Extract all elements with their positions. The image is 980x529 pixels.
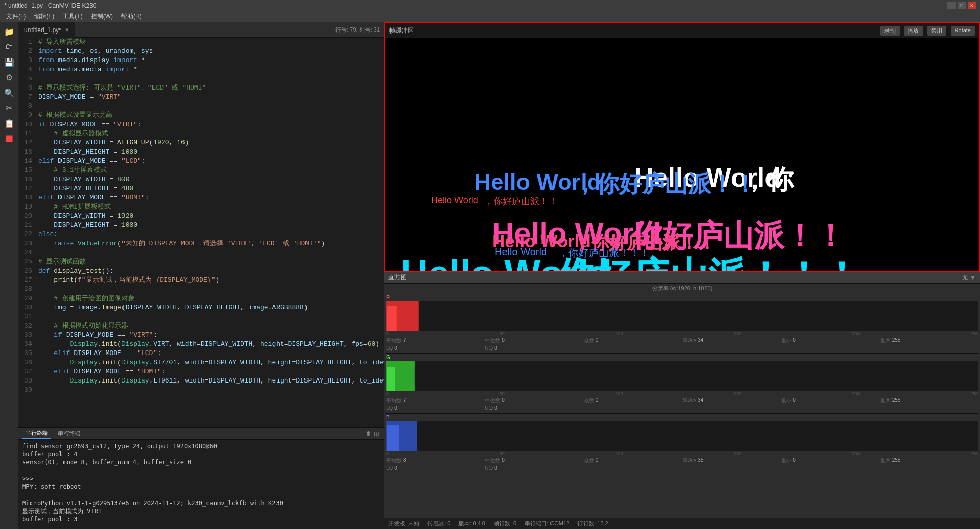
channel-r-label: R xyxy=(386,295,392,300)
code-line-23: 23 raise ValueError("未知的 DISPLAY_MODE，请选… xyxy=(18,239,384,248)
menu-help[interactable]: 帮助(H) xyxy=(117,11,146,22)
console-expand-icon[interactable]: ⬆ xyxy=(365,430,372,438)
preview-disable-btn[interactable]: 禁用 xyxy=(927,26,946,36)
sidebar-icon-clipboard[interactable]: 📋 xyxy=(2,116,17,130)
code-line-39: 39 xyxy=(18,386,384,395)
code-line-11: 11 # 虚拟显示器模式 xyxy=(18,129,384,138)
histogram-dropdown[interactable]: 无 xyxy=(962,274,968,281)
code-line-3: 3 from media.display import * xyxy=(18,56,384,65)
editor-tabs: untitled_1.py* ✕ 行号: 79, 列号: 31 xyxy=(18,22,384,38)
code-line-17: 17 DISPLAY_HEIGHT = 480 xyxy=(18,184,384,193)
sidebar-icon-save[interactable]: 💾 xyxy=(2,55,17,69)
titlebar: * untitled_1.py - CanMV IDE K230 ─ □ ✕ xyxy=(0,0,980,11)
code-line-35: 35 elif DISPLAY_MODE == "LCD": xyxy=(18,349,384,358)
menu-file[interactable]: 文件(F) xyxy=(2,11,30,22)
status-com: 串行端口: COM12 xyxy=(525,520,569,527)
console-line-6: MPY: soft reboot xyxy=(22,483,380,491)
code-line-15: 15 # 3.1寸屏幕模式 xyxy=(18,166,384,175)
code-area[interactable]: 1 # 导入所需模块 2 import time, os, urandom, s… xyxy=(18,38,384,427)
editor-tab-main[interactable]: untitled_1.py* ✕ xyxy=(18,22,75,38)
status-version: 版本: 0.4.0 xyxy=(458,520,485,527)
right-panel: 帧缓冲区 录制 播放 禁用 Rotate Hello World，你Hello … xyxy=(384,22,980,529)
code-line-14: 14 elif DISPLAY_MODE == "LCD": xyxy=(18,157,384,166)
code-line-18: 18 elif DISPLAY_MODE == "HDMI": xyxy=(18,193,384,202)
console-panel: 串行终端 串行终端 ⬆ ⊞ find sensor gc2693_cs12, t… xyxy=(18,427,384,529)
code-line-24: 24 xyxy=(18,248,384,257)
console-line-10: buffer pool : 3 xyxy=(22,515,380,523)
preview-controls: 录制 播放 禁用 Rotate xyxy=(880,26,975,36)
console-icons[interactable]: ⊞ xyxy=(374,430,380,438)
code-line-33: 33 if DISPLAY_MODE == "VIRT": xyxy=(18,331,384,340)
preview-canvas: Hello World，你Hello World，你好庐山派！！Hello Wo… xyxy=(385,38,979,271)
code-line-19: 19 # HDMI扩展板模式 xyxy=(18,202,384,212)
code-line-36: 36 Display.init(Display.ST7701, width=DI… xyxy=(18,358,384,367)
hist-g-stats: 平均数7 中位数0 众数0 StDev34 最小0 最大255 LQ0 UQ0 xyxy=(384,396,980,412)
console-tab-run[interactable]: 串行终端 xyxy=(55,429,83,438)
status-row: 行行数: 13.2 xyxy=(577,520,608,527)
code-line-30: 30 img = image.Image(DISPLAY_WIDTH, DISP… xyxy=(18,303,384,312)
console-line-1: find sensor gc2693_cs12, type 24, output… xyxy=(22,442,380,450)
editor-status: 行号: 79, 列号: 31 xyxy=(335,26,384,34)
sidebar-icon-stop[interactable]: ⏹ xyxy=(2,131,17,145)
preview-text-13: ，你好庐山派！！！ xyxy=(517,251,861,271)
maximize-button[interactable]: □ xyxy=(958,2,966,9)
preview-text-5: ，你好庐山派！！ xyxy=(484,195,558,208)
code-line-4: 4 from media.media import * xyxy=(18,65,384,74)
code-line-1: 1 # 导入所需模块 xyxy=(18,38,384,47)
console-tab-serial[interactable]: 串行终端 xyxy=(22,428,51,439)
status-board: 开发板: 未知 xyxy=(388,520,419,527)
window-controls: ─ □ ✕ xyxy=(947,2,976,9)
menu-control[interactable]: 控制(W) xyxy=(87,11,117,22)
sidebar-icon-scissors[interactable]: ✂ xyxy=(2,101,17,115)
code-line-13: 13 DISPLAY_HEIGHT = 1080 xyxy=(18,148,384,157)
status-sensor: 传感器: 0 xyxy=(427,520,450,527)
histogram-dropdown-arrow[interactable]: ▼ xyxy=(970,274,976,281)
histogram-graph-r xyxy=(386,301,978,331)
hist-b-stats: 平均数8 中位数0 众数0 StDev35 最小0 最大255 LQ0 UQ0 xyxy=(384,456,980,472)
sidebar-icon-search[interactable]: 🔍 xyxy=(2,85,17,100)
sidebar-icon-folder[interactable]: 📁 xyxy=(2,24,17,39)
code-line-8: 8 xyxy=(18,102,384,111)
preview-text-3: ，你好庐山派！！ xyxy=(573,169,756,199)
console-line-9: 显示测试，当前模式为 VIRT xyxy=(22,507,380,515)
console-line-5: >>> xyxy=(22,475,380,483)
title-text: * untitled_1.py - CanMV IDE K230 xyxy=(4,2,96,9)
code-line-7: 7 DISPLAY_MODE = "VIRT" xyxy=(18,93,384,102)
preview-rotate-btn[interactable]: Rotate xyxy=(951,26,975,36)
minimize-button[interactable]: ─ xyxy=(947,2,956,9)
code-line-32: 32 # 根据模式初始化显示器 xyxy=(18,321,384,331)
code-line-6: 6 # 显示模式选择: 可以是 "VIRT"、"LCD" 或 "HDMI" xyxy=(18,83,384,93)
svg-rect-3 xyxy=(387,367,395,391)
code-line-26: 26 def display_test(): xyxy=(18,267,384,276)
main-layout: 📁 🗂 💾 ⚙ 🔍 ✂ 📋 ⏹ untitled_1.py* ✕ 行号: 79,… xyxy=(0,22,980,529)
sidebar-icon-files[interactable]: 🗂 xyxy=(2,40,17,54)
editor-panel: untitled_1.py* ✕ 行号: 79, 列号: 31 1 # 导入所需… xyxy=(18,22,384,529)
histogram-channel-r: R 0 50 100 150 200 250 xyxy=(384,293,980,352)
console-controls: ⬆ ⊞ xyxy=(365,430,380,438)
svg-rect-5 xyxy=(387,425,399,451)
histogram-panel: 直方图 无 ▼ 分辨率 (w:1920, h:1080) R xyxy=(384,272,980,518)
histogram-resolution: 分辨率 (w:1920, h:1080) xyxy=(384,284,980,293)
histogram-header: 直方图 无 ▼ xyxy=(384,272,980,284)
hist-b-x-axis: 0 50 100 150 200 250 xyxy=(384,451,980,456)
preview-play-btn[interactable]: 播放 xyxy=(904,26,923,36)
menu-edit[interactable]: 编辑(E) xyxy=(30,11,58,22)
menu-tools[interactable]: 工具(T) xyxy=(58,11,86,22)
code-line-22: 22 else: xyxy=(18,230,384,239)
code-line-12: 12 DISPLAY_WIDTH = ALIGN_UP(1920, 16) xyxy=(18,138,384,148)
code-line-29: 29 # 创建用于绘图的图像对象 xyxy=(18,294,384,303)
preview-record-btn[interactable]: 录制 xyxy=(880,26,900,36)
close-button[interactable]: ✕ xyxy=(968,2,976,9)
code-line-27: 27 print(f"显示测试，当前模式为 {DISPLAY_MODE}") xyxy=(18,276,384,285)
menubar: 文件(F) 编辑(E) 工具(T) 控制(W) 帮助(H) xyxy=(0,11,980,22)
preview-area: 帧缓冲区 录制 播放 禁用 Rotate Hello World，你Hello … xyxy=(384,22,980,272)
code-line-28: 28 xyxy=(18,285,384,294)
histogram-channel-b: B 0 50 100 150 200 250 xyxy=(384,414,980,472)
console-output[interactable]: find sensor gc2693_cs12, type 24, output… xyxy=(18,440,384,529)
hist-r-stats: 平均数7 中位数0 众数0 StDev34 最小0 最大255 LQ0 UQ0 xyxy=(384,336,980,352)
sidebar-icon-settings[interactable]: ⚙ xyxy=(2,70,17,84)
hist-r-x-axis: 0 50 100 150 200 250 xyxy=(384,331,980,336)
editor-tab-close[interactable]: ✕ xyxy=(65,27,69,33)
histogram-content: 分辨率 (w:1920, h:1080) R 0 50 xyxy=(384,284,980,518)
hist-g-x-axis: 0 50 100 150 200 250 xyxy=(384,391,980,396)
